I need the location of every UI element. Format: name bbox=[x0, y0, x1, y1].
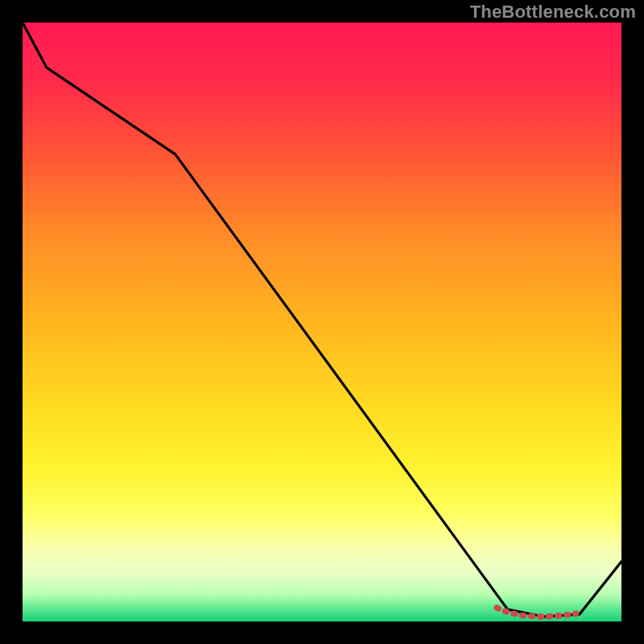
chart-svg bbox=[23, 23, 621, 621]
plot-area bbox=[23, 23, 621, 621]
watermark-label: TheBottleneck.com bbox=[470, 2, 636, 23]
chart-frame: TheBottleneck.com bbox=[0, 0, 644, 644]
